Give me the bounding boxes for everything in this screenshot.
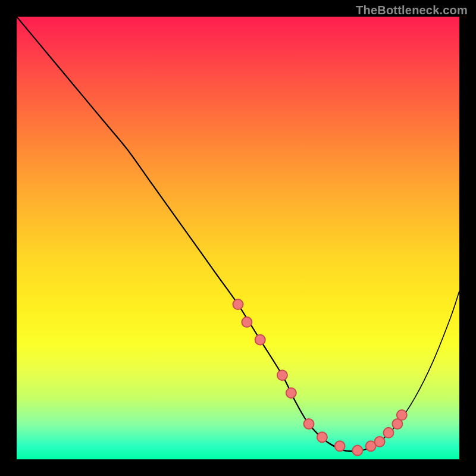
highlight-dot xyxy=(375,437,385,447)
highlight-dot xyxy=(397,410,407,420)
bottleneck-plot xyxy=(17,17,459,459)
highlight-dot xyxy=(352,446,362,456)
highlight-dot xyxy=(335,441,345,451)
chart-area xyxy=(17,17,459,459)
highlight-dot xyxy=(383,428,393,438)
highlight-dot xyxy=(242,317,252,327)
bottleneck-curve xyxy=(17,17,362,451)
watermark-text: TheBottleneck.com xyxy=(356,4,468,17)
bottleneck-curve-right xyxy=(327,291,459,452)
highlight-dot xyxy=(233,299,243,309)
highlight-dots-group xyxy=(233,299,407,456)
highlight-dot xyxy=(317,432,327,442)
highlight-dot xyxy=(255,335,265,345)
highlight-dot xyxy=(277,370,287,380)
highlight-dot xyxy=(304,419,314,429)
highlight-dot xyxy=(286,388,296,398)
